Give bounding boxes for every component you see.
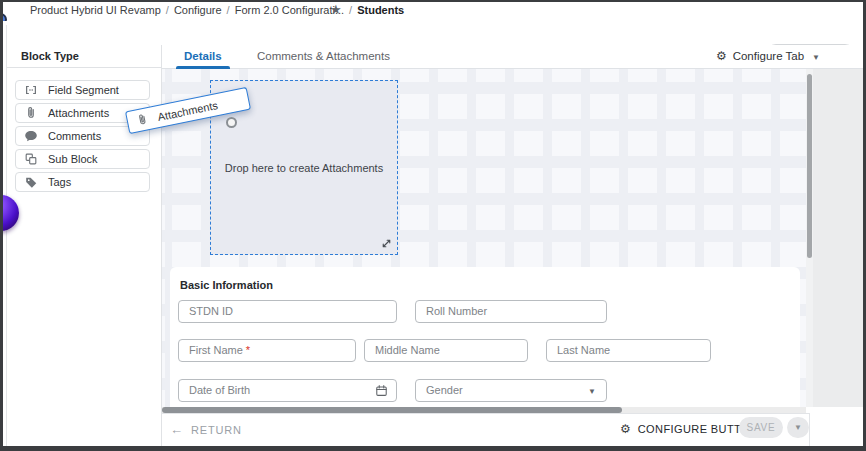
chevron-down-icon: ▼ [812,53,820,62]
sidebar-title: Block Type [7,45,161,68]
breadcrumb-segment[interactable]: Configure [174,4,222,16]
field-segment-icon [24,83,38,97]
footer-bar: ←RETURN ⚙CONFIGURE BUTTONS SAVE ▼ [162,413,810,449]
sidebar-item-tags[interactable]: Tags [15,172,150,192]
back-arrow-icon: ← [170,422,183,437]
breadcrumb-current: Students [357,4,404,16]
dropzone-text: Drop here to create Attachments [225,162,383,174]
form-preview-panel: Basic Information STDN ID Roll Number Fi… [170,267,800,407]
breadcrumb-separator: / [344,4,357,16]
breadcrumb-separator: / [161,4,174,16]
configure-tab-button[interactable]: ⚙Configure Tab▼ [716,45,820,68]
sidebar-item-label: Sub Block [48,153,98,165]
save-dropdown-button[interactable]: ▼ [787,417,809,438]
gear-icon: ⚙ [716,49,727,63]
tab-bar: Details Comments & Attachments ⚙Configur… [162,45,864,69]
sidebar-item-field-segment[interactable]: Field Segment [15,80,150,100]
tag-icon [24,175,38,189]
field-middle-name[interactable]: Middle Name [364,339,528,362]
resize-handle-icon[interactable] [380,237,393,250]
field-roll-number[interactable]: Roll Number [415,300,607,323]
breadcrumb-segment[interactable]: Product Hybrid UI Revamp [30,4,161,16]
section-title: Basic Information [180,279,273,291]
sidebar-item-label: Attachments [48,107,109,119]
paperclip-icon [24,106,38,120]
top-bar: Product Hybrid UI Revamp/Configure/Form … [0,0,866,21]
field-gender[interactable]: Gender ▼ [415,379,607,402]
favorite-star-icon[interactable]: ★ [330,1,342,19]
gear-icon: ⚙ [620,422,631,436]
required-asterisk: * [246,344,250,356]
sidebar-item-label: Tags [48,176,71,188]
sidebar-item-label: Comments [48,130,101,142]
tab-details[interactable]: Details [184,45,222,68]
canvas-right-gutter [813,69,864,407]
comment-icon [24,129,38,143]
drag-cursor-ring [226,117,237,128]
configure-tab-label: Configure Tab [733,50,804,62]
field-last-name[interactable]: Last Name [546,339,711,362]
breadcrumb-segment[interactable]: Form 2.0 Configurati... [235,4,344,16]
field-stdn-id[interactable]: STDN ID [178,300,397,323]
sidebar-item-sub-block[interactable]: Sub Block [15,149,150,169]
return-button[interactable]: ←RETURN [170,422,242,437]
chevron-down-icon: ▼ [588,381,596,402]
save-button[interactable]: SAVE [739,417,783,438]
vertical-scrollbar[interactable] [806,69,813,407]
footer-right-gap [810,413,864,449]
app-window: Product Hybrid UI Revamp/Configure/Form … [0,0,866,451]
paperclip-icon [135,112,150,127]
form-header: ← Students ⚙ Preview PUBLISH [0,21,866,45]
field-first-name[interactable]: First Name* [178,339,356,362]
sidebar-item-label: Field Segment [48,84,119,96]
tab-comments-attachments[interactable]: Comments & Attachments [257,45,390,68]
sub-block-icon [24,152,38,166]
breadcrumb: Product Hybrid UI Revamp/Configure/Form … [30,0,404,21]
field-date-of-birth[interactable]: Date of Birth [178,379,397,402]
form-canvas: Drop here to create Attachments Basic In… [162,69,864,407]
calendar-icon [375,384,388,397]
vertical-scrollbar-thumb[interactable] [807,74,812,258]
block-type-sidebar: Block Type Field Segment Attachments Com… [7,45,162,449]
breadcrumb-separator: / [222,4,235,16]
